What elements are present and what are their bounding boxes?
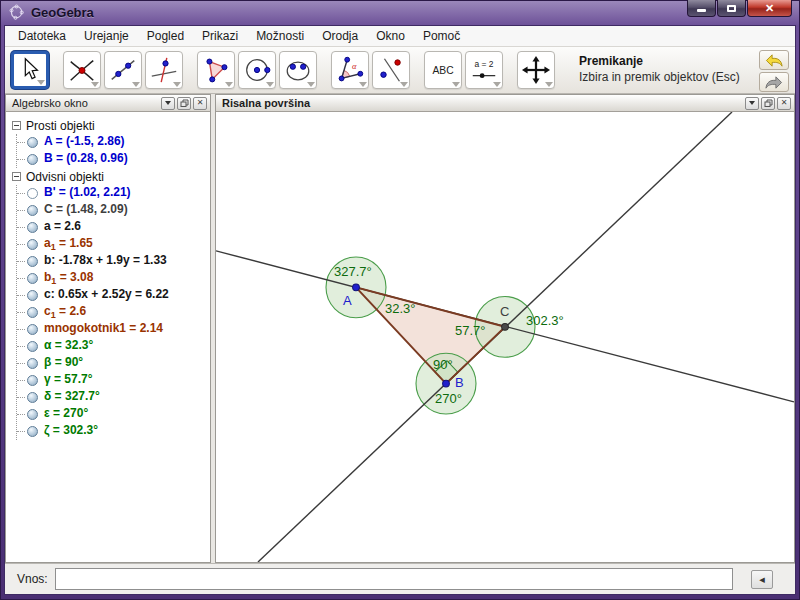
drawing-pad-header[interactable]: Risalna površina ✕ [216, 95, 794, 112]
tool-line-button[interactable] [104, 51, 142, 89]
algebra-item-a1[interactable]: a1 = 1.65 [17, 236, 210, 253]
algebra-item-delta[interactable]: δ = 327.7° [17, 389, 210, 406]
angle-label-delta[interactable]: 327.7° [334, 264, 372, 279]
algebra-item-gamma[interactable]: γ = 57.7° [17, 372, 210, 389]
section-free-objects[interactable]: Prosti objekti [12, 117, 210, 134]
visibility-marble-icon[interactable] [27, 307, 38, 318]
menu-item-pogled[interactable]: Pogled [138, 27, 193, 45]
algebra-item-alpha[interactable]: α = 32.3° [17, 338, 210, 355]
tool-dropdown-icon[interactable] [359, 82, 367, 87]
tool-slider-button[interactable]: a = 2 [465, 51, 503, 89]
point-label-C[interactable]: C [500, 304, 509, 319]
algebra-item-A[interactable]: A = (-1.5, 2.86) [17, 134, 210, 151]
geometry-svg[interactable]: 327.7° A 32.3° C 302.3° 57.7° 90° B 270° [216, 112, 794, 562]
algebra-item-a[interactable]: a = 2.6 [17, 219, 210, 236]
visibility-marble-icon[interactable] [27, 375, 38, 386]
tool-polygon-button[interactable] [197, 51, 235, 89]
menu-item-moznosti[interactable]: Možnosti [247, 27, 313, 45]
visibility-marble-icon[interactable] [27, 137, 38, 148]
algebra-item-c1[interactable]: c1 = 2.6 [17, 304, 210, 321]
point-C[interactable] [502, 323, 509, 330]
undo-button[interactable] [759, 50, 789, 70]
visibility-marble-icon[interactable] [27, 409, 38, 420]
point-label-A[interactable]: A [343, 292, 352, 307]
angle-label-beta[interactable]: 90° [433, 357, 453, 372]
algebra-item-line-b[interactable]: b: -1.78x + 1.9y = 1.33 [17, 253, 210, 270]
menu-item-orodja[interactable]: Orodja [313, 27, 367, 45]
tool-circle-button[interactable] [238, 51, 276, 89]
tool-move-canvas-button[interactable] [517, 51, 555, 89]
visibility-marble-icon[interactable] [27, 273, 38, 284]
tool-perpendicular-line-button[interactable] [145, 51, 183, 89]
angle-label-epsilon[interactable]: 270° [435, 391, 462, 406]
tool-dropdown-icon[interactable] [225, 82, 233, 87]
close-button[interactable]: ✕ [747, 0, 792, 17]
redo-button[interactable] [759, 72, 789, 92]
algebra-item-line-c[interactable]: c: 0.65x + 2.52y = 6.22 [17, 287, 210, 304]
point-label-B[interactable]: B [455, 375, 464, 390]
collapse-icon[interactable] [12, 172, 21, 181]
drawing-pad-menu-button[interactable] [745, 97, 759, 110]
algebra-item-b1[interactable]: b1 = 3.08 [17, 270, 210, 287]
visibility-marble-icon[interactable] [27, 290, 38, 301]
tool-ellipse-button[interactable] [279, 51, 317, 89]
visibility-marble-icon[interactable] [27, 188, 38, 199]
tool-angle-button[interactable]: α [331, 51, 369, 89]
menu-item-pomoc[interactable]: Pomoč [414, 27, 469, 45]
tool-move-button[interactable] [11, 51, 49, 89]
algebra-item-C[interactable]: C = (1.48, 2.09) [17, 202, 210, 219]
visibility-marble-icon[interactable] [27, 324, 38, 335]
visibility-marble-icon[interactable] [27, 222, 38, 233]
point-A[interactable] [353, 284, 360, 291]
angle-label-zeta[interactable]: 302.3° [526, 313, 564, 328]
menu-item-urejanje[interactable]: Urejanje [75, 27, 138, 45]
angle-label-alpha[interactable]: 32.3° [385, 301, 415, 316]
visibility-marble-icon[interactable] [27, 392, 38, 403]
algebra-close-button[interactable]: ✕ [193, 97, 207, 110]
algebra-menu-button[interactable] [161, 97, 175, 110]
tool-dropdown-icon[interactable] [307, 82, 315, 87]
tool-text-button[interactable]: ABC [424, 51, 462, 89]
tool-dropdown-icon[interactable] [132, 82, 140, 87]
minimize-button[interactable] [687, 0, 716, 17]
menu-item-prikazi[interactable]: Prikazi [193, 27, 247, 45]
visibility-marble-icon[interactable] [27, 358, 38, 369]
command-input[interactable] [55, 568, 733, 590]
algebra-item-beta[interactable]: β = 90° [17, 355, 210, 372]
algebra-item-mnogokotnik1[interactable]: mnogokotnik1 = 2.14 [17, 321, 210, 338]
tool-dropdown-icon[interactable] [400, 82, 408, 87]
tool-dropdown-icon[interactable] [91, 82, 99, 87]
tool-dropdown-icon[interactable] [37, 80, 45, 85]
tool-dropdown-icon[interactable] [173, 82, 181, 87]
point-B[interactable] [443, 380, 450, 387]
menu-item-okno[interactable]: Okno [367, 27, 414, 45]
collapse-icon[interactable] [12, 121, 21, 130]
algebra-item-zeta[interactable]: ζ = 302.3° [17, 423, 210, 440]
drawing-pad-close-button[interactable]: ✕ [777, 97, 791, 110]
visibility-marble-icon[interactable] [27, 205, 38, 216]
visibility-marble-icon[interactable] [27, 341, 38, 352]
angle-label-gamma[interactable]: 57.7° [455, 323, 485, 338]
visibility-marble-icon[interactable] [27, 154, 38, 165]
visibility-marble-icon[interactable] [27, 426, 38, 437]
drawing-canvas[interactable]: 327.7° A 32.3° C 302.3° 57.7° 90° B 270° [216, 112, 794, 562]
tool-reflect-button[interactable] [372, 51, 410, 89]
tool-dropdown-icon[interactable] [545, 82, 553, 87]
algebra-item-B[interactable]: B = (0.28, 0.96) [17, 151, 210, 168]
tool-point-button[interactable] [63, 51, 101, 89]
visibility-marble-icon[interactable] [27, 239, 38, 250]
section-dependent-objects[interactable]: Odvisni objekti [12, 168, 210, 185]
visibility-marble-icon[interactable] [27, 256, 38, 267]
tool-dropdown-icon[interactable] [452, 82, 460, 87]
algebra-panel-header[interactable]: Algebrsko okno ✕ [6, 95, 210, 112]
tool-dropdown-icon[interactable] [493, 82, 501, 87]
algebra-item-B-prime[interactable]: B' = (1.02, 2.21) [17, 185, 210, 202]
title-bar[interactable]: GeoGebra ✕ [0, 0, 800, 25]
algebra-undock-button[interactable] [177, 97, 191, 110]
menu-item-datoteka[interactable]: Datoteka [9, 27, 75, 45]
drawing-pad-undock-button[interactable] [761, 97, 775, 110]
input-help-button[interactable]: ◂ [751, 570, 773, 589]
tool-dropdown-icon[interactable] [266, 82, 274, 87]
maximize-button[interactable] [717, 0, 746, 17]
algebra-item-epsilon[interactable]: ε = 270° [17, 406, 210, 423]
